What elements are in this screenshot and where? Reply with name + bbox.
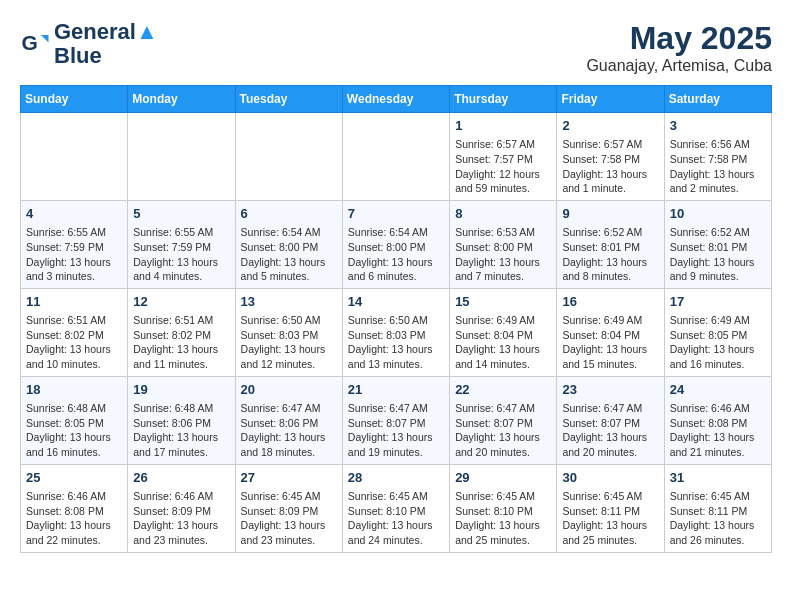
day-info: Sunset: 7:59 PM [133, 240, 229, 255]
day-number: 13 [241, 293, 337, 311]
day-info: and 6 minutes. [348, 269, 444, 284]
day-number: 9 [562, 205, 658, 223]
day-info: Sunset: 8:09 PM [241, 504, 337, 519]
day-info: Daylight: 13 hours [348, 518, 444, 533]
title-block: May 2025 Guanajay, Artemisa, Cuba [586, 20, 772, 75]
day-number: 11 [26, 293, 122, 311]
day-info: Daylight: 13 hours [562, 430, 658, 445]
day-number: 29 [455, 469, 551, 487]
day-number: 21 [348, 381, 444, 399]
day-info: Daylight: 13 hours [241, 518, 337, 533]
day-info: Sunrise: 6:45 AM [348, 489, 444, 504]
day-info: Sunset: 8:06 PM [241, 416, 337, 431]
weekday-header-row: SundayMondayTuesdayWednesdayThursdayFrid… [21, 86, 772, 113]
day-number: 30 [562, 469, 658, 487]
day-number: 26 [133, 469, 229, 487]
day-info: Daylight: 13 hours [455, 430, 551, 445]
day-info: Sunset: 8:07 PM [348, 416, 444, 431]
day-info: Sunrise: 6:46 AM [133, 489, 229, 504]
logo-icon: G [20, 29, 50, 59]
day-info: Sunset: 8:00 PM [455, 240, 551, 255]
day-cell [128, 113, 235, 201]
day-info: Sunrise: 6:49 AM [670, 313, 766, 328]
day-info: Daylight: 13 hours [241, 342, 337, 357]
calendar-table: SundayMondayTuesdayWednesdayThursdayFrid… [20, 85, 772, 553]
day-info: Sunrise: 6:55 AM [26, 225, 122, 240]
day-info: and 2 minutes. [670, 181, 766, 196]
day-number: 5 [133, 205, 229, 223]
day-info: and 1 minute. [562, 181, 658, 196]
day-info: Daylight: 13 hours [455, 518, 551, 533]
day-info: Sunset: 8:03 PM [241, 328, 337, 343]
day-cell: 18Sunrise: 6:48 AMSunset: 8:05 PMDayligh… [21, 376, 128, 464]
day-info: Sunrise: 6:54 AM [348, 225, 444, 240]
day-cell: 7Sunrise: 6:54 AMSunset: 8:00 PMDaylight… [342, 200, 449, 288]
weekday-header-tuesday: Tuesday [235, 86, 342, 113]
day-cell: 19Sunrise: 6:48 AMSunset: 8:06 PMDayligh… [128, 376, 235, 464]
day-number: 22 [455, 381, 551, 399]
day-info: Daylight: 13 hours [241, 255, 337, 270]
day-info: Sunset: 8:01 PM [562, 240, 658, 255]
svg-marker-1 [41, 35, 49, 43]
weekday-header-wednesday: Wednesday [342, 86, 449, 113]
day-info: Daylight: 13 hours [455, 255, 551, 270]
day-info: Daylight: 13 hours [670, 518, 766, 533]
day-info: Sunset: 8:11 PM [670, 504, 766, 519]
day-info: Daylight: 13 hours [562, 518, 658, 533]
calendar-title: May 2025 [586, 20, 772, 57]
day-cell: 16Sunrise: 6:49 AMSunset: 8:04 PMDayligh… [557, 288, 664, 376]
day-info: Sunset: 8:04 PM [562, 328, 658, 343]
day-info: and 18 minutes. [241, 445, 337, 460]
day-info: Daylight: 13 hours [670, 342, 766, 357]
day-info: Sunset: 8:02 PM [26, 328, 122, 343]
weekday-header-saturday: Saturday [664, 86, 771, 113]
day-number: 12 [133, 293, 229, 311]
day-info: Daylight: 13 hours [133, 342, 229, 357]
day-info: Sunrise: 6:47 AM [562, 401, 658, 416]
day-number: 6 [241, 205, 337, 223]
day-info: Daylight: 13 hours [26, 430, 122, 445]
day-info: Daylight: 12 hours [455, 167, 551, 182]
day-info: and 16 minutes. [670, 357, 766, 372]
day-info: Daylight: 13 hours [562, 255, 658, 270]
day-info: Daylight: 13 hours [133, 430, 229, 445]
day-cell: 17Sunrise: 6:49 AMSunset: 8:05 PMDayligh… [664, 288, 771, 376]
day-number: 14 [348, 293, 444, 311]
day-number: 19 [133, 381, 229, 399]
day-info: Daylight: 13 hours [133, 255, 229, 270]
day-cell: 29Sunrise: 6:45 AMSunset: 8:10 PMDayligh… [450, 464, 557, 552]
day-info: Daylight: 13 hours [348, 430, 444, 445]
day-cell: 22Sunrise: 6:47 AMSunset: 8:07 PMDayligh… [450, 376, 557, 464]
day-number: 27 [241, 469, 337, 487]
weekday-header-thursday: Thursday [450, 86, 557, 113]
day-cell: 24Sunrise: 6:46 AMSunset: 8:08 PMDayligh… [664, 376, 771, 464]
day-cell: 23Sunrise: 6:47 AMSunset: 8:07 PMDayligh… [557, 376, 664, 464]
week-row-4: 18Sunrise: 6:48 AMSunset: 8:05 PMDayligh… [21, 376, 772, 464]
day-info: and 23 minutes. [241, 533, 337, 548]
day-info: Sunrise: 6:50 AM [241, 313, 337, 328]
day-cell: 11Sunrise: 6:51 AMSunset: 8:02 PMDayligh… [21, 288, 128, 376]
day-cell: 9Sunrise: 6:52 AMSunset: 8:01 PMDaylight… [557, 200, 664, 288]
day-info: Sunrise: 6:55 AM [133, 225, 229, 240]
day-info: Sunset: 8:10 PM [455, 504, 551, 519]
day-cell: 1Sunrise: 6:57 AMSunset: 7:57 PMDaylight… [450, 113, 557, 201]
day-info: and 22 minutes. [26, 533, 122, 548]
weekday-header-sunday: Sunday [21, 86, 128, 113]
week-row-5: 25Sunrise: 6:46 AMSunset: 8:08 PMDayligh… [21, 464, 772, 552]
day-info: Sunrise: 6:46 AM [670, 401, 766, 416]
day-info: Daylight: 13 hours [26, 518, 122, 533]
day-info: and 23 minutes. [133, 533, 229, 548]
day-info: and 15 minutes. [562, 357, 658, 372]
day-info: Daylight: 13 hours [348, 342, 444, 357]
day-info: Sunrise: 6:56 AM [670, 137, 766, 152]
day-cell [342, 113, 449, 201]
day-info: Sunrise: 6:53 AM [455, 225, 551, 240]
day-info: Sunrise: 6:45 AM [562, 489, 658, 504]
day-info: Sunset: 8:00 PM [241, 240, 337, 255]
day-info: and 26 minutes. [670, 533, 766, 548]
day-info: Sunset: 7:58 PM [562, 152, 658, 167]
day-info: Sunset: 8:08 PM [670, 416, 766, 431]
day-cell: 6Sunrise: 6:54 AMSunset: 8:00 PMDaylight… [235, 200, 342, 288]
day-cell: 4Sunrise: 6:55 AMSunset: 7:59 PMDaylight… [21, 200, 128, 288]
day-number: 16 [562, 293, 658, 311]
